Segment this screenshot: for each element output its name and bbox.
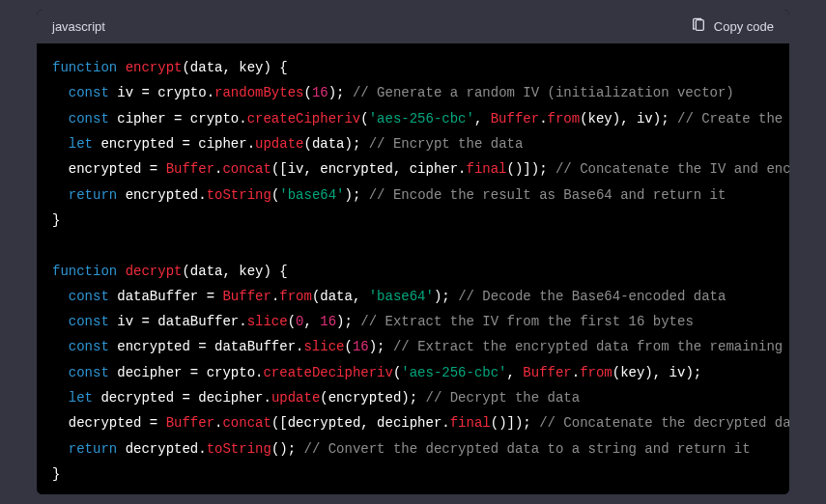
code-token: );	[345, 187, 369, 203]
code-token: (	[182, 264, 189, 279]
code-block: javascript Copy code function encrypt(da…	[37, 10, 789, 494]
code-token: let	[69, 136, 93, 152]
code-token: // Decode the Base64-encoded data	[458, 289, 726, 304]
code-token	[52, 365, 69, 380]
code-token: const	[69, 111, 109, 126]
code-token: Buffer	[166, 161, 214, 177]
code-content: function encrypt(data, key) { const iv =…	[37, 55, 789, 487]
code-token: encrypted.	[117, 187, 206, 203]
code-token	[52, 314, 69, 329]
code-token: encrypted =	[52, 161, 166, 177]
code-token: let	[69, 390, 93, 406]
code-token: ()]);	[491, 415, 539, 431]
code-token: ([decrypted, decipher.	[271, 415, 450, 431]
code-token: ,	[303, 314, 320, 329]
code-token: (	[303, 85, 311, 100]
code-token: return	[69, 441, 117, 457]
code-token: ([iv, encrypted, cipher.	[271, 161, 467, 177]
code-token: encrypted = cipher.	[93, 136, 255, 152]
copy-code-label: Copy code	[714, 19, 774, 34]
code-token: );	[328, 85, 353, 100]
code-token: ,	[507, 365, 524, 380]
code-token: }	[52, 212, 60, 228]
code-token: // Encrypt the data	[369, 136, 524, 152]
code-token: return	[69, 187, 117, 203]
code-token: concat	[222, 161, 271, 177]
code-token: iv = crypto.	[109, 85, 214, 100]
code-token: decipher = crypto.	[109, 365, 264, 380]
code-token: (encrypted);	[320, 390, 425, 406]
code-token: const	[69, 339, 109, 354]
code-token: from	[580, 365, 612, 380]
code-token: update	[255, 136, 303, 152]
code-token: );	[369, 339, 393, 354]
code-token	[52, 136, 69, 152]
code-token: // Extract the encrypted data from the r…	[393, 339, 789, 354]
code-token: // Create the cipher	[677, 111, 789, 126]
clipboard-icon	[691, 17, 706, 36]
code-token: .	[572, 365, 580, 380]
code-token: // Concatenate the decrypted data	[539, 415, 789, 431]
code-token: from	[548, 111, 581, 126]
code-token: data, key	[190, 264, 264, 279]
code-token: randomBytes	[214, 85, 303, 100]
code-token	[52, 390, 69, 406]
code-token	[52, 187, 69, 203]
code-body[interactable]: function encrypt(data, key) { const iv =…	[37, 43, 789, 494]
code-token: (	[182, 60, 189, 75]
code-token: );	[434, 289, 458, 304]
code-token: ();	[271, 441, 304, 457]
code-token: toString	[207, 187, 271, 203]
code-token: ()]);	[507, 161, 555, 177]
code-token: const	[69, 314, 109, 329]
code-token: // Extract the IV from the first 16 byte…	[360, 314, 693, 329]
code-token: function	[52, 60, 126, 75]
code-token: Buffer	[166, 415, 214, 431]
code-token: slice	[303, 339, 344, 354]
code-token: ) {	[263, 264, 287, 279]
code-token: encrypt	[126, 60, 183, 75]
code-token: Buffer	[523, 365, 571, 380]
code-token: // Generate a random IV (initialization …	[353, 85, 734, 100]
code-token	[52, 441, 69, 457]
code-token: (	[288, 314, 296, 329]
code-token: 'base64'	[279, 187, 344, 203]
code-token: (	[360, 111, 368, 126]
code-token: .	[539, 111, 547, 126]
code-token: final	[450, 415, 491, 431]
code-token: );	[336, 314, 360, 329]
code-token: dataBuffer =	[109, 289, 223, 304]
code-token: 'base64'	[369, 289, 434, 304]
code-token: // Encode the result as Base64 and retur…	[369, 187, 726, 203]
code-token: createCipheriv	[247, 111, 361, 126]
code-token: from	[279, 289, 312, 304]
code-token	[52, 111, 69, 126]
code-token	[52, 85, 69, 100]
code-token: 'aes-256-cbc'	[401, 365, 506, 380]
code-token: 16	[320, 314, 336, 329]
code-token: update	[271, 390, 320, 406]
code-token: (data,	[312, 289, 369, 304]
code-token: // Decrypt the data	[426, 390, 581, 406]
code-token: decrypted.	[117, 441, 206, 457]
code-token: decrypted = decipher.	[93, 390, 271, 406]
code-token: (key), iv);	[612, 365, 701, 380]
code-token: createDecipheriv	[263, 365, 392, 380]
copy-code-button[interactable]: Copy code	[691, 17, 774, 36]
code-token: data, key	[190, 60, 264, 75]
code-token: const	[69, 289, 109, 304]
code-token: 16	[353, 339, 369, 354]
code-token: cipher = crypto.	[109, 111, 247, 126]
code-token: ) {	[263, 60, 287, 75]
language-label: javascript	[52, 19, 105, 34]
code-token	[52, 289, 69, 304]
code-token: }	[52, 466, 60, 482]
code-token: // Concatenate the IV and encrypted data	[555, 161, 789, 177]
code-header: javascript Copy code	[37, 10, 789, 43]
code-token: 'aes-256-cbc'	[369, 111, 474, 126]
code-token	[52, 339, 69, 354]
code-token: slice	[247, 314, 288, 329]
code-token: concat	[222, 415, 271, 431]
code-token: (	[344, 339, 352, 354]
code-token: toString	[207, 441, 271, 457]
